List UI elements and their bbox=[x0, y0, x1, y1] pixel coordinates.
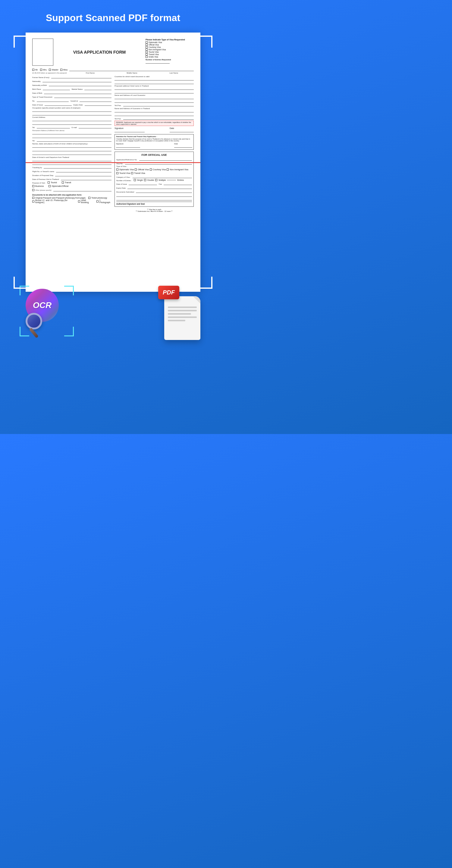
entries-label: Number of Entries Requested bbox=[146, 59, 194, 61]
minor-label: Names, dates and places of birth of mino… bbox=[32, 143, 88, 145]
documents-section: Documents to be attached with visa appli… bbox=[32, 194, 111, 204]
pdf-label: PDF bbox=[163, 289, 175, 296]
remark-box: REMARK: Applicants are required to pay a… bbox=[115, 121, 194, 126]
photo-box bbox=[32, 38, 53, 66]
first-name-label: First Name bbox=[70, 72, 110, 74]
sal-mr: Mr. bbox=[32, 69, 38, 71]
cb-purpose-tourist bbox=[47, 181, 50, 184]
cb-purpose-diplomatic bbox=[49, 185, 51, 187]
tel-fax2-row: Tel./Fax. bbox=[115, 117, 194, 120]
app-ref-row: Application/Reference No. bbox=[116, 158, 192, 161]
cb-miss bbox=[60, 69, 62, 71]
name-field-main bbox=[69, 68, 194, 71]
prev-visit-field bbox=[61, 177, 112, 180]
local-guarantor-field2 bbox=[115, 100, 194, 103]
doc-passport: Original Passport and Passport photocopy… bbox=[32, 197, 111, 199]
right-column: Countries for which travel document is v… bbox=[115, 75, 194, 212]
category-field bbox=[133, 175, 192, 178]
attention-title: Attention for Tourist and Transit Visa A… bbox=[116, 135, 192, 137]
countries-valid-label: Countries for which travel document is v… bbox=[115, 76, 150, 78]
occupation-field bbox=[32, 109, 111, 112]
form-title-block: VISA APPLICATION FORM bbox=[53, 38, 146, 66]
purpose-label: Purpose of Visit : bbox=[32, 182, 46, 184]
name-hint-label: (In BLOCK letters as appeared in the pas… bbox=[32, 72, 68, 74]
visa-label-transit: Transit Visa bbox=[149, 53, 159, 56]
attention-box: Attention for Tourist and Transit Visa A… bbox=[115, 134, 194, 150]
ov-tourist: Tourist Visa bbox=[116, 172, 130, 174]
official-visa-types: Diplomatic Visa Official Visa Courtesy V… bbox=[116, 168, 192, 175]
docs-submitted-field2 bbox=[116, 194, 192, 197]
arrival-section: Date of Arrival in and Departure from Th… bbox=[32, 156, 111, 165]
travel-doc-row: Type of Travel Document bbox=[32, 95, 111, 98]
pdf-icon-container: PDF bbox=[158, 286, 206, 340]
doc-no-row: No. Issued at bbox=[32, 99, 111, 102]
travel-doc-label: Type of Travel Document bbox=[32, 96, 53, 98]
proposed-addr-label: Proposed address/ Hotel name in Thailand bbox=[115, 85, 149, 87]
visa-label-diplomatic: Diplomatic Visa bbox=[149, 41, 162, 43]
current-address-section: Current Address bbox=[32, 116, 111, 125]
expiry-field bbox=[85, 103, 111, 106]
pdf-line-4 bbox=[168, 316, 197, 318]
corner-tl bbox=[13, 36, 26, 48]
entries-options: Single Double Multiple Entries bbox=[134, 179, 184, 181]
visa-label-nonimmigrant: Non-Immigrant Visa bbox=[149, 49, 166, 51]
nat-birth-row: Nationality at Birth bbox=[32, 83, 111, 86]
expiry-date-field bbox=[127, 186, 192, 189]
form-title: VISA APPLICATION FORM bbox=[73, 50, 126, 55]
minor-field3 bbox=[32, 152, 111, 155]
ov-diplomatic: Diplomatic Visa bbox=[116, 168, 134, 170]
ocr-bracket-tr bbox=[64, 286, 74, 296]
docs-submitted-field3 bbox=[116, 197, 192, 200]
countries-valid-field bbox=[115, 78, 194, 81]
tel-fax2-field bbox=[123, 117, 194, 120]
current-addr-field bbox=[32, 118, 111, 121]
ocr-label: OCR bbox=[33, 301, 52, 310]
countries-valid-field2 bbox=[115, 81, 194, 84]
visa-type-diplomatic: Diplomatic Visa bbox=[146, 41, 194, 43]
entries-row: Number of Entries : Single Double Multip… bbox=[116, 179, 192, 181]
date-section: Date bbox=[170, 127, 194, 133]
visa-label-official: Official Visa bbox=[149, 44, 159, 46]
date-row: Date of Issue Expiry Date bbox=[32, 103, 111, 106]
perm-addr-section: Permanent Address (if different from abo… bbox=[32, 129, 111, 138]
former-name-label: Former Name (if any) bbox=[32, 76, 50, 79]
minor-section: Names, dates and places of birth of mino… bbox=[32, 143, 111, 155]
date-issue-fee-row: Date of Issue Fee bbox=[116, 182, 192, 185]
double-label: Double bbox=[147, 179, 154, 181]
date-label-text: Date bbox=[170, 127, 174, 129]
single-label: Single bbox=[137, 179, 143, 181]
ov-transit: Transit Visa bbox=[131, 172, 145, 174]
marital-field bbox=[85, 87, 111, 90]
perm-addr-field2 bbox=[32, 135, 111, 138]
purpose-section: Purpose of Visit : Tourist Transit bbox=[32, 181, 111, 191]
expiry-label: Expiry Date bbox=[73, 104, 83, 106]
cb-doc-brunei bbox=[32, 200, 34, 203]
pdf-lines bbox=[164, 296, 200, 326]
perm-addr-label: Permanent Address (if different from abo… bbox=[32, 130, 64, 131]
ov-transit-label: Transit Visa bbox=[134, 172, 145, 174]
auth-sig-label: Authorized Signature and Seal bbox=[116, 203, 144, 205]
flight-label: Flight No. or Vessel's name bbox=[32, 170, 54, 173]
arrival-field bbox=[32, 158, 111, 161]
dob-field bbox=[44, 91, 111, 94]
ocr-bracket-tl bbox=[20, 286, 29, 296]
traveling-row: Traveling by bbox=[32, 165, 111, 168]
tel-fax-row: Tel./Fax. bbox=[115, 103, 194, 106]
docs-submitted-row: Documents Submitted bbox=[116, 190, 192, 193]
cb-nonimmigrant bbox=[146, 49, 148, 51]
cb-multiple bbox=[155, 179, 157, 181]
proposed-addr-field bbox=[115, 87, 194, 90]
guarantor-thailand-section: Name and Address of Guarantor in Thailan… bbox=[115, 107, 194, 116]
sig-row1: Signature Date bbox=[115, 127, 194, 133]
tel-fax-label: Tel./Fax. bbox=[115, 104, 122, 106]
pdf-badge: PDF bbox=[158, 286, 179, 299]
email-label: E-mail bbox=[72, 127, 77, 128]
flight-row: Flight No. or Vessel's name bbox=[32, 169, 111, 173]
app-ref-label: Application/Reference No. bbox=[116, 159, 137, 161]
category-label: Category of Visa : bbox=[116, 176, 131, 178]
duration-field bbox=[55, 173, 111, 176]
type-visa-row: Type of Visa : bbox=[116, 165, 192, 167]
current-addr-field2 bbox=[32, 122, 111, 125]
cb-doc-ticket bbox=[88, 197, 90, 199]
purpose-row2: Business Diplomatic/Official bbox=[32, 185, 111, 187]
